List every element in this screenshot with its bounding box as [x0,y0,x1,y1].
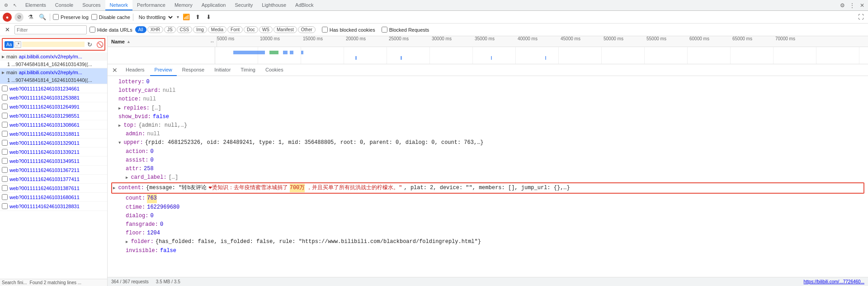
request-item-1-1[interactable]: 1 ...907445841814_162461031439((... [0,61,107,68]
net-item-13[interactable]: web?001111416246103128831 [0,202,107,211]
net-item-5-checkbox[interactable] [2,131,8,137]
stop-button[interactable]: ⊘ [14,13,24,22]
search-icon[interactable]: 🔍 [38,13,47,22]
net-item-3-checkbox[interactable] [2,113,8,119]
record-button[interactable]: ● [3,13,12,22]
hide-data-urls-checkbox[interactable] [90,27,95,33]
filter-tag-img[interactable]: Img [193,26,207,33]
wifi-icon[interactable]: 📶 [182,13,191,22]
filter-tag-media[interactable]: Media [208,26,226,33]
download-icon[interactable]: ⬇ [204,13,213,22]
filter-tag-manifest[interactable]: Manifest [274,26,297,33]
expand-icon[interactable]: ⛶ [856,13,865,22]
settings-icon[interactable]: ⚙ [838,1,846,10]
json-upper[interactable]: ▼ upper: {rpid: 4681252326, oid: 2484892… [111,138,864,147]
tab-initiator[interactable]: Initiator [210,64,235,76]
preserve-log-label[interactable]: Preserve log [53,14,89,20]
filter-close-icon[interactable]: ✕ [3,25,12,34]
filter-tag-font[interactable]: Font [227,26,243,33]
net-item-9[interactable]: web?001111162461031367211 [0,166,107,175]
net-item-4[interactable]: web?001111162461031308661 [0,120,107,129]
tab-response[interactable]: Response [178,64,209,76]
net-item-12-checkbox[interactable] [2,194,8,200]
request-group-header-1[interactable]: ▶ main api.bilibili.com/x/v2/reply/m... [0,52,107,61]
disable-cache-checkbox[interactable] [91,14,97,20]
devtools-icon[interactable]: ⚙ [2,1,10,10]
net-item-6[interactable]: web?001111162461031329011 [0,138,107,148]
tab-sources[interactable]: Sources [78,0,105,10]
tab-performance[interactable]: Performance [132,0,170,10]
name-col-resize[interactable]: ↔ [210,39,215,44]
filter-tag-xhr[interactable]: XHR [147,26,163,33]
throttle-select[interactable]: No throttling Fast 3G Slow 3G [136,14,174,20]
json-content[interactable]: ▶ content: {message: "转b友评论❤烫知识：去年疫情蜜雪冰城… [111,182,864,194]
net-item-8[interactable]: web?001111162461031349511 [0,157,107,166]
tab-adblock[interactable]: AdBlock [291,0,318,10]
json-card-label-toggle[interactable]: ▶ [126,175,128,181]
json-card-label[interactable]: ▶ card_label: […] [111,173,864,182]
filter-icon[interactable]: ⚗ [26,13,35,22]
filter-tag-js[interactable]: JS [164,26,176,33]
filter-tag-css[interactable]: CSS [177,26,193,33]
net-item-12[interactable]: web?001111162461031680611 [0,193,107,202]
net-item-8-checkbox[interactable] [2,158,8,164]
pointer-icon[interactable]: ↖ [11,1,19,10]
search-refresh-icon[interactable]: ↻ [85,40,94,49]
net-item-1-checkbox[interactable] [2,95,8,100]
tab-lighthouse[interactable]: Lighthouse [257,0,291,10]
net-item-6-checkbox[interactable] [2,140,8,146]
json-replies-toggle[interactable]: ▶ [118,105,121,112]
close-devtools-icon[interactable]: ✕ [858,1,866,10]
net-item-5[interactable]: web?001111162461031318811 [0,129,107,138]
preserve-log-checkbox[interactable] [53,14,59,20]
tab-network[interactable]: Network [105,0,132,10]
detail-tab-close[interactable]: ✕ [109,67,120,74]
search-input[interactable]: 雪冰城捐了700万 [22,42,85,47]
tab-headers[interactable]: Headers [121,64,149,76]
tab-memory[interactable]: Memory [170,0,197,10]
search-case-btn[interactable]: Aa [5,41,14,48]
json-top-toggle[interactable]: ▶ [118,123,121,129]
tab-console[interactable]: Console [51,0,78,10]
tab-timing[interactable]: Timing [236,64,260,76]
json-folder-toggle[interactable]: ▶ [126,239,128,245]
net-item-0[interactable]: web?001111162461031234661 [0,84,107,93]
request-item-2-1[interactable]: 1 ...907445841814_162461031440((... [0,76,107,84]
net-item-7[interactable]: web?001111162461031339211 [0,148,107,157]
tab-cookies[interactable]: Cookies [261,64,288,76]
json-content-toggle[interactable]: ▶ [113,185,115,191]
net-item-1[interactable]: web?001111162461031253881 [0,93,107,102]
net-item-2[interactable]: web?001111162461031264991 [0,102,107,111]
net-item-7-checkbox[interactable] [2,149,8,155]
tab-application[interactable]: Application [197,0,231,10]
search-word-btn[interactable]: .* [14,41,21,48]
tab-security[interactable]: Security [230,0,257,10]
net-item-0-checkbox[interactable] [2,86,8,91]
json-top[interactable]: ▶ top: {admin: null,…} [111,121,864,130]
filter-input[interactable] [14,25,87,34]
upload-icon[interactable]: ⬆ [193,13,203,22]
blocked-requests-label[interactable]: Blocked Requests [382,27,429,33]
filter-tag-other[interactable]: Other [298,26,316,33]
net-item-11-checkbox[interactable] [2,185,8,191]
net-item-9-checkbox[interactable] [2,167,8,173]
disable-cache-label[interactable]: Disable cache [91,14,130,20]
net-item-2-checkbox[interactable] [2,104,8,110]
tab-elements[interactable]: Elements [21,0,51,10]
tab-preview[interactable]: Preview [150,64,177,76]
hide-data-urls-label[interactable]: Hide data URLs [90,27,132,33]
has-blocked-cookies-label[interactable]: Has blocked cookies [322,27,375,33]
blocked-requests-checkbox[interactable] [382,27,387,33]
json-folder[interactable]: ▶ folder: {has_folded: false, is_folded:… [111,238,864,246]
request-group-header-2[interactable]: ▶ main api.bilibili.com/x/v2/reply/m... [0,68,107,76]
net-item-11[interactable]: web?001111162461031387611 [0,184,107,193]
net-item-3[interactable]: web?001111162461031298551 [0,111,107,120]
more-icon[interactable]: ⋮ [848,1,856,10]
net-item-10[interactable]: web?001111162461031377411 [0,175,107,184]
net-item-4-checkbox[interactable] [2,122,8,128]
json-upper-toggle[interactable]: ▼ [118,140,121,146]
filter-tag-all[interactable]: All [135,26,146,33]
search-cancel-icon[interactable]: 🚫 [95,40,104,49]
filter-tag-ws[interactable]: WS [259,26,273,33]
filter-tag-doc[interactable]: Doc [244,26,258,33]
